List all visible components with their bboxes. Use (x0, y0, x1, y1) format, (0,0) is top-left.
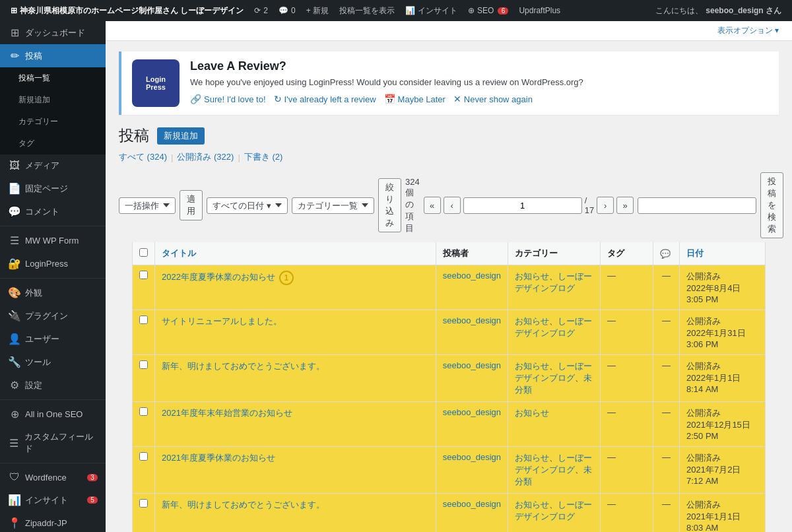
post-tags-cell: — (601, 494, 653, 533)
admin-bar-comments[interactable]: 💬 0 (273, 0, 301, 21)
post-date-cell: 公開済み2021年7月2日 7:12 AM (680, 447, 766, 494)
dashboard-icon: ⊞ (8, 26, 21, 39)
notice-action-never[interactable]: ✕ Never show again (453, 94, 533, 104)
next-page-button[interactable]: › (597, 197, 614, 214)
post-comments-cell: — (653, 265, 680, 310)
wp-logo-icon: ⊞ (11, 6, 17, 15)
post-author-cell: seeboo_design (436, 447, 508, 494)
seo-badge: 6 (498, 7, 508, 15)
post-category-cell: お知らせ、しーぼーデザインブログ (508, 310, 601, 355)
admin-bar-site[interactable]: ⊞ 神奈川県相模原市のホームページ制作屋さん しーぼーデザイン (5, 0, 249, 21)
sidebar-item-tools[interactable]: 🔧 ツール (0, 350, 106, 374)
sidebar-item-media[interactable]: 🖼 メディア (0, 154, 106, 177)
sidebar-item-comments[interactable]: 💬 コメント (0, 200, 106, 223)
select-all-checkbox[interactable] (139, 248, 148, 257)
category-link[interactable]: お知らせ (515, 316, 549, 326)
sidebar-item-wordfence[interactable]: 🛡 Wordfence 3 (0, 466, 106, 488)
admin-bar-new[interactable]: + 新規 (301, 0, 334, 21)
sidebar-item-plugins[interactable]: 🔌 プラグイン (0, 304, 106, 327)
appearance-icon: 🎨 (8, 286, 21, 299)
sidebar-item-users[interactable]: 👤 ユーザー (0, 327, 106, 350)
filter-button[interactable]: 絞り込み (378, 178, 401, 232)
category-link[interactable]: お知らせ (515, 408, 549, 418)
tag-header: タグ (601, 242, 653, 265)
author-link[interactable]: seeboo_design (443, 499, 501, 509)
admin-bar-user[interactable]: こんにちは、 seeboo_design さん (650, 0, 787, 21)
sidebar-item-pages[interactable]: 📄 固定ページ (0, 177, 106, 200)
first-page-button[interactable]: « (424, 197, 441, 214)
admin-bar-view-posts[interactable]: 投稿一覧を表示 (334, 0, 400, 21)
sidebar-item-dashboard[interactable]: ⊞ ダッシュボード (0, 21, 106, 44)
post-title-link[interactable]: 2022年度夏季休業のお知らせ (162, 272, 275, 282)
sidebar-item-appearance[interactable]: 🎨 外観 (0, 281, 106, 304)
admin-bar-updraft[interactable]: UpdraftPlus (513, 0, 566, 21)
admin-bar: ⊞ 神奈川県相模原市のホームページ制作屋さん しーぼーデザイン ⟳ 2 💬 0 … (0, 0, 792, 21)
post-date: 2021年12月15日 2:50 PM (686, 420, 750, 441)
category-link[interactable]: お知らせ (515, 361, 549, 371)
add-new-button[interactable]: 新規追加 (157, 127, 205, 145)
notice-action-sure[interactable]: 🔗 Sure! I'd love to! (190, 94, 266, 104)
checkbox-header[interactable] (133, 242, 155, 265)
notice-action-later[interactable]: 📅 Maybe Later (384, 94, 446, 104)
comments-icon: 💬 (8, 205, 21, 218)
row-checkbox[interactable] (139, 316, 148, 324)
form-icon: ☰ (8, 234, 21, 247)
row-checkbox[interactable] (139, 452, 148, 461)
author-link[interactable]: seeboo_design (443, 316, 501, 325)
post-title-link[interactable]: サイトリニューアルしました。 (162, 316, 282, 326)
search-button[interactable]: 投稿を検索 (760, 172, 783, 238)
notice-action-already[interactable]: ↻ I've already left a review (274, 94, 376, 104)
category-filter-select[interactable]: カテゴリー一覧 (292, 197, 374, 214)
admin-bar-insight[interactable]: 📊 インサイト (400, 0, 463, 21)
filter-all[interactable]: すべて (324) (119, 151, 167, 163)
loginpress-logo: Login Press (132, 59, 180, 107)
category-link[interactable]: お知らせ (515, 500, 549, 510)
row-checkbox[interactable] (139, 407, 148, 416)
sidebar-item-zipaddr[interactable]: 📍 Zipaddr-JP (0, 512, 106, 532)
sidebar-item-custom-fields[interactable]: ☰ カスタムフィールド (0, 426, 106, 460)
author-link[interactable]: seeboo_design (443, 407, 501, 417)
post-tags-cell: — (601, 402, 653, 447)
notice-content: Leave A Review? We hope you've enjoyed u… (190, 59, 583, 104)
author-link[interactable]: seeboo_design (443, 271, 501, 281)
date-filter-select[interactable]: すべての日付 ▾ (207, 197, 288, 214)
display-options-button[interactable]: 表示オプション ▾ (717, 25, 779, 36)
sidebar-item-mw-wp-form[interactable]: ☰ MW WP Form (0, 229, 106, 252)
sidebar-item-all-in-one-seo[interactable]: ⊕ All in One SEO (0, 403, 106, 426)
author-link[interactable]: seeboo_design (443, 452, 501, 462)
row-checkbox[interactable] (139, 499, 148, 508)
filter-draft[interactable]: 下書き (2) (244, 151, 283, 163)
sidebar-item-posts-list[interactable]: 投稿一覧 (0, 67, 106, 89)
prev-page-button[interactable]: ‹ (444, 197, 461, 214)
row-checkbox[interactable] (139, 360, 148, 369)
sidebar-item-categories[interactable]: カテゴリー (0, 111, 106, 133)
last-page-button[interactable]: » (616, 197, 634, 214)
apply-button[interactable]: 適用 (180, 190, 203, 220)
current-page-input[interactable]: 1 (463, 197, 582, 214)
post-title-cell: 2021年度夏季休業のお知らせ (155, 447, 436, 494)
category-link[interactable]: お知らせ (515, 453, 549, 463)
author-link[interactable]: seeboo_design (443, 360, 501, 370)
post-title-link[interactable]: 新年、明けましておめでとうございます。 (162, 500, 325, 510)
sidebar-item-settings[interactable]: ⚙ 設定 (0, 374, 106, 397)
admin-bar-seo[interactable]: ⊕ SEO 6 (463, 0, 513, 21)
search-input[interactable] (638, 197, 756, 214)
title-header[interactable]: タイトル (155, 242, 436, 265)
sidebar-item-posts-new[interactable]: 新規追加 (0, 89, 106, 111)
sidebar-item-loginpress[interactable]: 🔐 LoginPress (0, 252, 106, 275)
filter-published[interactable]: 公開済み (322) (177, 151, 234, 163)
row-checkbox[interactable] (139, 271, 148, 279)
post-title-cell: 2021年度年末年始営業のお知らせ (155, 402, 436, 447)
sidebar-item-insight[interactable]: 📊 インサイト 5 (0, 488, 106, 512)
sidebar-item-posts[interactable]: ✏ 投稿 (0, 44, 106, 67)
date-header[interactable]: 日付 (680, 242, 766, 265)
sidebar-item-tags[interactable]: タグ (0, 133, 106, 154)
admin-bar-updates[interactable]: ⟳ 2 (249, 0, 273, 21)
category-link[interactable]: お知らせ (515, 271, 549, 281)
bulk-action-select[interactable]: 一括操作 (119, 197, 176, 214)
post-date-cell: 公開済み2021年1月1日 8:03 AM (680, 494, 766, 533)
post-status: 公開済み (686, 316, 721, 326)
post-title-link[interactable]: 2021年度年末年始営業のお知らせ (162, 408, 292, 418)
post-title-link[interactable]: 新年、明けましておめでとうございます。 (162, 361, 325, 371)
post-title-link[interactable]: 2021年度夏季休業のお知らせ (162, 453, 275, 463)
